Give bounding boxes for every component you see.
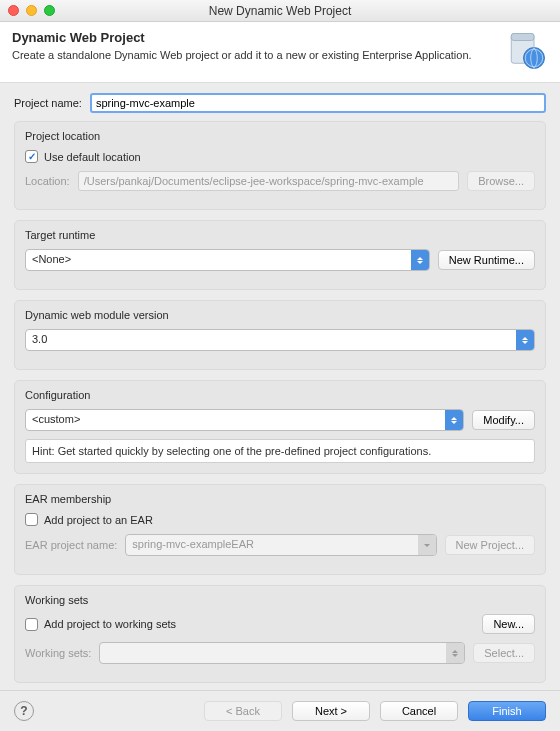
new-runtime-button[interactable]: New Runtime... [438, 250, 535, 270]
checkbox-icon [25, 618, 38, 631]
help-icon[interactable]: ? [14, 701, 34, 721]
module-version-select[interactable]: 3.0 [25, 329, 535, 351]
working-sets-section: Working sets Add project to working sets… [14, 585, 546, 683]
wizard-header: Dynamic Web Project Create a standalone … [0, 22, 560, 83]
stepper-icon [516, 330, 534, 350]
cancel-button[interactable]: Cancel [380, 701, 458, 721]
add-to-ear-checkbox[interactable]: Add project to an EAR [25, 513, 153, 526]
working-sets-label: Working sets: [25, 647, 91, 659]
wizard-icon [506, 30, 548, 72]
svg-rect-1 [511, 34, 534, 41]
target-runtime-value: <None> [26, 250, 411, 270]
ear-new-project-button: New Project... [445, 535, 535, 555]
configuration-value: <custom> [26, 410, 445, 430]
ear-project-name-value: spring-mvc-exampleEAR [126, 535, 417, 555]
checkbox-icon [25, 150, 38, 163]
working-sets-select-button: Select... [473, 643, 535, 663]
target-runtime-title: Target runtime [25, 229, 535, 241]
project-name-input[interactable] [90, 93, 546, 113]
next-button[interactable]: Next > [292, 701, 370, 721]
stepper-icon [446, 643, 464, 663]
ear-membership-section: EAR membership Add project to an EAR EAR… [14, 484, 546, 575]
back-button: < Back [204, 701, 282, 721]
wizard-heading: Dynamic Web Project [12, 30, 496, 45]
stepper-icon [411, 250, 429, 270]
add-to-ear-label: Add project to an EAR [44, 514, 153, 526]
chevron-down-icon [418, 535, 436, 555]
ear-membership-title: EAR membership [25, 493, 535, 505]
working-sets-value [100, 643, 446, 663]
ear-project-name-select: spring-mvc-exampleEAR [125, 534, 436, 556]
module-version-title: Dynamic web module version [25, 309, 535, 321]
stepper-icon [445, 410, 463, 430]
checkbox-icon [25, 513, 38, 526]
add-to-working-sets-label: Add project to working sets [44, 618, 176, 630]
target-runtime-select[interactable]: <None> [25, 249, 430, 271]
configuration-select[interactable]: <custom> [25, 409, 464, 431]
ear-project-name-label: EAR project name: [25, 539, 117, 551]
use-default-location-checkbox[interactable]: Use default location [25, 150, 141, 163]
target-runtime-section: Target runtime <None> New Runtime... [14, 220, 546, 290]
use-default-location-label: Use default location [44, 151, 141, 163]
window-title: New Dynamic Web Project [0, 4, 560, 18]
project-location-title: Project location [25, 130, 535, 142]
project-name-label: Project name: [14, 97, 82, 109]
configuration-title: Configuration [25, 389, 535, 401]
project-location-section: Project location Use default location Lo… [14, 121, 546, 210]
wizard-subtext: Create a standalone Dynamic Web project … [12, 49, 496, 61]
working-sets-title: Working sets [25, 594, 535, 606]
title-bar: New Dynamic Web Project [0, 0, 560, 22]
modify-button[interactable]: Modify... [472, 410, 535, 430]
configuration-hint: Hint: Get started quickly by selecting o… [25, 439, 535, 463]
module-version-section: Dynamic web module version 3.0 [14, 300, 546, 370]
wizard-footer: ? < Back Next > Cancel Finish [0, 690, 560, 731]
location-label: Location: [25, 175, 70, 187]
configuration-section: Configuration <custom> Modify... Hint: G… [14, 380, 546, 474]
module-version-value: 3.0 [26, 330, 516, 350]
finish-button[interactable]: Finish [468, 701, 546, 721]
browse-button: Browse... [467, 171, 535, 191]
working-sets-select [99, 642, 465, 664]
svg-point-2 [524, 48, 545, 69]
add-to-working-sets-checkbox[interactable]: Add project to working sets [25, 618, 474, 631]
working-sets-new-button[interactable]: New... [482, 614, 535, 634]
location-input [78, 171, 459, 191]
